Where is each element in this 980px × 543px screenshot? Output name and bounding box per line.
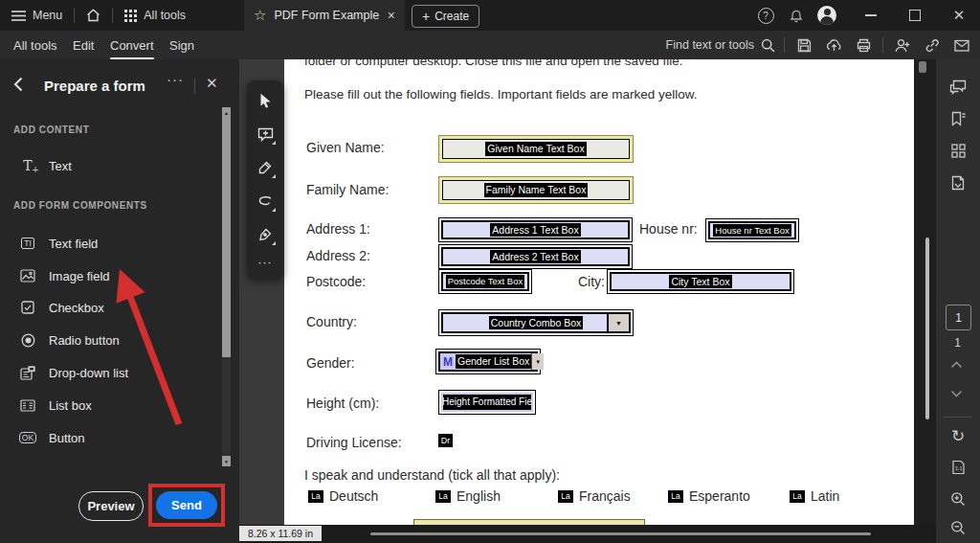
menu-button[interactable]: Menu: [0, 0, 74, 31]
given-name-field[interactable]: Given Name Text Box: [438, 135, 634, 163]
lasso-icon: [257, 195, 273, 207]
status-bar: 8.26 x 11.69 in: [239, 525, 936, 543]
height-field[interactable]: Height Formatted Fie: [438, 390, 536, 415]
current-page-indicator[interactable]: 1: [946, 305, 971, 330]
bookmarks-panel-button[interactable]: [947, 108, 969, 129]
person-add-icon: [895, 38, 910, 53]
sidebar-item-drop-down-list[interactable]: Drop-down list: [0, 360, 222, 385]
language-checkbox-deutsch[interactable]: LaDeutsch: [308, 488, 378, 504]
minimize-button[interactable]: [859, 4, 882, 27]
comments-panel-button[interactable]: [947, 77, 969, 98]
more-options-button[interactable]: ···: [167, 71, 184, 87]
document-viewport[interactable]: folder or computer desktop. Close this f…: [239, 59, 936, 543]
house-nr-field[interactable]: House nr Text Box: [705, 218, 799, 242]
chevron-down-icon: [950, 390, 963, 397]
next-page-button[interactable]: [950, 390, 963, 397]
document-tab-title: PDF Form Example: [274, 9, 379, 22]
scroll-up-icon[interactable]: ▲: [222, 107, 231, 118]
tab-close-icon[interactable]: ×: [388, 8, 395, 23]
menu-convert[interactable]: Convert: [110, 31, 154, 59]
panel-close-button[interactable]: ✕: [206, 75, 218, 92]
language-checkbox-latin[interactable]: LaLatin: [790, 488, 839, 504]
address1-field[interactable]: Address 1 Text Box: [438, 217, 633, 242]
print-button[interactable]: [853, 34, 874, 56]
scrollbar-thumb[interactable]: [925, 238, 929, 419]
scroll-down-icon[interactable]: ▼: [222, 456, 231, 466]
home-button[interactable]: [75, 0, 112, 31]
menu-sign[interactable]: Sign: [169, 31, 194, 59]
create-label: Create: [434, 10, 469, 23]
star-icon[interactable]: ☆: [254, 7, 266, 24]
sidebar-item-image-field[interactable]: Image field: [0, 263, 222, 288]
language-checkbox-english[interactable]: LaEnglish: [435, 488, 501, 504]
add-comment-button[interactable]: [253, 122, 278, 147]
zoom-in-button[interactable]: [947, 488, 969, 509]
email-button[interactable]: [951, 34, 972, 56]
add-form-components-header: ADD FORM COMPONENTS: [13, 200, 147, 211]
language-checkbox-francais[interactable]: LaFrançais: [558, 488, 631, 504]
family-name-field[interactable]: Family Name Text Box: [438, 176, 634, 204]
save-button[interactable]: [793, 34, 814, 56]
sidebar-scrollbar[interactable]: ▲ ▼: [222, 107, 231, 466]
sidebar-item-label: Drop-down list: [49, 366, 128, 380]
driving-license-field[interactable]: Dr: [438, 434, 453, 447]
all-tools-tab[interactable]: All tools: [113, 0, 197, 31]
page-thumbnails-button[interactable]: [947, 140, 969, 161]
rotate-page-button[interactable]: ↻: [947, 425, 969, 446]
sidebar-item-checkbox[interactable]: Checkbox: [0, 295, 222, 320]
document-scrollbar[interactable]: [914, 59, 936, 543]
zoom-out-button[interactable]: [947, 517, 969, 538]
create-button[interactable]: + Create: [412, 5, 479, 28]
select-tool-button[interactable]: [253, 88, 278, 113]
list-dropdown-icon[interactable]: ▼: [531, 353, 544, 370]
checkbox-icon: [19, 299, 36, 316]
link-icon: [924, 38, 940, 53]
send-button[interactable]: Send: [156, 491, 217, 519]
sidebar-item-list-box[interactable]: List box: [0, 393, 222, 418]
find-tools-search[interactable]: Find text or tools: [666, 38, 775, 53]
maximize-button[interactable]: [903, 4, 926, 27]
highlight-tool-button[interactable]: [253, 155, 278, 180]
help-button[interactable]: ?: [754, 4, 777, 27]
request-signatures-button[interactable]: [892, 34, 913, 56]
menu-edit[interactable]: Edit: [73, 31, 94, 59]
draw-tool-button[interactable]: [253, 189, 278, 214]
back-button[interactable]: [13, 77, 23, 92]
sign-tool-button[interactable]: [253, 222, 278, 247]
horizontal-scrollbar[interactable]: [370, 532, 871, 535]
more-tools-button[interactable]: ···: [258, 256, 273, 269]
combo-dropdown-icon[interactable]: ▼: [607, 314, 629, 331]
city-field[interactable]: City Text Box: [607, 269, 794, 294]
intro-paragraph: Please fill out the following fields. Im…: [304, 87, 697, 102]
previous-page-button[interactable]: [950, 361, 963, 369]
close-window-button[interactable]: ✕: [947, 4, 970, 27]
share-link-button[interactable]: [922, 34, 943, 56]
attachments-panel-button[interactable]: [947, 172, 969, 193]
comment-plus-icon: [257, 126, 274, 142]
document-tab[interactable]: ☆ PDF Form Example ×: [244, 0, 405, 31]
sidebar-item-text[interactable]: T+ Text: [0, 153, 222, 178]
maximize-icon: [909, 10, 921, 21]
notifications-button[interactable]: [785, 4, 808, 27]
pdf-page[interactable]: folder or computer desktop. Close this f…: [284, 59, 914, 525]
scrollbar-piece[interactable]: [919, 61, 926, 73]
scrollbar-thumb[interactable]: [222, 118, 231, 357]
rotate-icon: ↻: [951, 426, 965, 446]
sidebar-item-text-field[interactable]: TI Text field: [0, 231, 222, 256]
postcode-label: Postcode:: [306, 274, 366, 289]
preview-button[interactable]: Preview: [78, 491, 144, 521]
gender-list-box[interactable]: M Gender List Box ▼: [435, 349, 541, 374]
account-button[interactable]: [815, 4, 838, 27]
postcode-field[interactable]: Postcode Text Box: [438, 269, 532, 294]
zoom-to-page-button[interactable]: 1:1: [947, 457, 969, 478]
language-checkbox-esperanto[interactable]: LaEsperanto: [668, 488, 750, 504]
add-content-header: ADD CONTENT: [13, 124, 89, 135]
title-bar: Menu All tools ☆ PDF Form Example × + Cr…: [0, 0, 980, 31]
sidebar-item-radio-button[interactable]: Radio button: [0, 328, 222, 352]
address2-field[interactable]: Address 2 Text Box: [438, 244, 633, 269]
share-upload-button[interactable]: [823, 34, 844, 56]
gender-label: Gender:: [306, 355, 355, 371]
menu-all-tools[interactable]: All tools: [13, 31, 57, 59]
sidebar-item-button[interactable]: OK Button: [0, 425, 222, 450]
country-combo-box[interactable]: Country Combo Box ▼: [438, 309, 634, 336]
